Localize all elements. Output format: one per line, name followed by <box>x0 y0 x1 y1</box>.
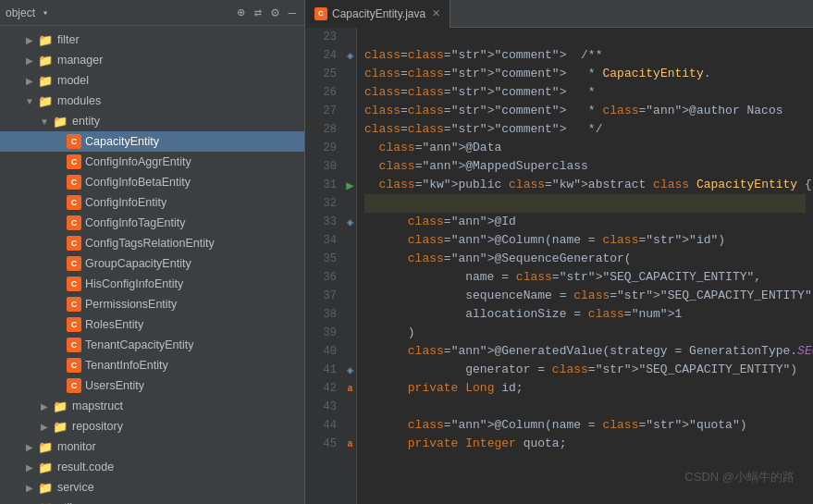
code-line-38: allocationSize = class="num">1 <box>364 305 806 324</box>
gutter-line-29 <box>344 139 356 157</box>
tree-arrow-modules: ▼ <box>22 96 37 106</box>
tree-label-service: service <box>57 481 94 494</box>
tree-item-modules[interactable]: ▼📁modules <box>0 91 304 111</box>
code-line-31: class="kw">public class="kw">abstract cl… <box>364 176 806 194</box>
line-number-41: 41 <box>309 361 337 379</box>
tree-item-service[interactable]: ▶📁service <box>0 477 304 498</box>
gutter-line-30 <box>344 157 356 176</box>
java-file-icon: C <box>67 277 81 291</box>
tree-item-model[interactable]: ▶📁model <box>0 70 304 91</box>
code-line-34: class="ann">@Column(name = class="str">"… <box>364 231 806 250</box>
line-number-27: 27 <box>309 102 337 120</box>
code-line-44: class="ann">@Column(name = class="str">"… <box>364 416 806 435</box>
tree-item-entity[interactable]: ▼📁entity <box>0 111 304 131</box>
folder-icon: 📁 <box>52 418 68 435</box>
code-line-29: class="ann">@Data <box>364 139 806 157</box>
editor-tab-capacity-entity[interactable]: C CapacityEntity.java ✕ <box>305 0 450 28</box>
hide-icon[interactable]: — <box>286 4 299 22</box>
gutter-line-41: ◈ <box>344 361 356 379</box>
tree-item-utils[interactable]: ▶📁utils <box>0 498 304 504</box>
java-file-icon: C <box>314 7 327 20</box>
tree-item-result.code[interactable]: ▶📁result.code <box>0 457 304 477</box>
gutter: ◈▶◈◈aa <box>344 28 357 504</box>
tree-arrow-entity: ▼ <box>37 117 52 127</box>
tree-item-RolesEntity[interactable]: CRolesEntity <box>0 314 304 335</box>
line-number-36: 36 <box>309 268 337 287</box>
line-number-23: 23 <box>309 28 337 46</box>
folder-icon: 📁 <box>37 459 54 475</box>
folder-icon: 📁 <box>52 398 68 414</box>
tree-item-ConfigTagsRelationEntity[interactable]: CConfigTagsRelationEntity <box>0 233 304 253</box>
tree-item-GroupCapacityEntity[interactable]: CGroupCapacityEntity <box>0 253 304 274</box>
project-label[interactable]: object <box>6 6 35 19</box>
code-line-42: private Long id; <box>364 379 806 398</box>
tree-label-repository: repository <box>72 420 123 433</box>
folder-icon: 📁 <box>37 52 54 68</box>
line-number-38: 38 <box>309 305 337 324</box>
code-line-36: name = class="str">"SEQ_CAPACITY_ENTITY"… <box>364 268 806 287</box>
tree-item-HisConfigInfoEntity[interactable]: CHisConfigInfoEntity <box>0 274 304 294</box>
tree-item-TenantInfoEntity[interactable]: CTenantInfoEntity <box>0 355 304 375</box>
code-line-37: sequenceName = class="str">"SEQ_CAPACITY… <box>364 287 806 305</box>
code-content[interactable]: class=class="str">"comment"> /**class=cl… <box>357 28 813 504</box>
tree-item-ConfigInfoBetaEntity[interactable]: CConfigInfoBetaEntity <box>0 172 304 192</box>
tree-item-filter[interactable]: ▶📁filter <box>0 30 304 50</box>
tree-label-ConfigInfoBetaEntity: ConfigInfoBetaEntity <box>85 176 191 189</box>
dropdown-icon[interactable]: ▾ <box>43 7 48 18</box>
line-number-29: 29 <box>309 139 337 157</box>
locate-icon[interactable]: ⊕ <box>234 3 247 22</box>
tree-label-GroupCapacityEntity: GroupCapacityEntity <box>85 257 191 270</box>
gutter-line-38 <box>344 305 356 324</box>
code-line-41: generator = class="str">"SEQ_CAPACITY_EN… <box>364 361 806 379</box>
tree-item-mapstruct[interactable]: ▶📁mapstruct <box>0 396 304 416</box>
tree-arrow-manager: ▶ <box>22 55 37 66</box>
java-file-icon: C <box>67 236 81 251</box>
panel-toolbar: object ▾ ⊕ ⇄ ⚙ — <box>0 0 304 26</box>
gutter-line-32 <box>344 194 356 213</box>
line-number-43: 43 <box>309 398 337 416</box>
java-file-icon: C <box>67 338 81 352</box>
folder-icon: 📁 <box>52 113 68 129</box>
gutter-line-36 <box>344 268 356 287</box>
line-number-30: 30 <box>309 157 337 176</box>
gutter-line-39 <box>344 324 356 342</box>
java-file-icon: C <box>67 215 81 230</box>
settings-icon[interactable]: ⚙ <box>268 3 281 22</box>
folder-icon: 📁 <box>37 479 54 496</box>
code-line-28: class=class="str">"comment"> */ <box>364 120 806 139</box>
tree-label-result.code: result.code <box>57 461 114 473</box>
tree-item-UsersEntity[interactable]: CUsersEntity <box>0 375 304 396</box>
code-line-26: class=class="str">"comment"> * <box>364 83 806 102</box>
line-number-35: 35 <box>309 250 337 268</box>
line-number-28: 28 <box>309 120 337 139</box>
code-line-40: class="ann">@GeneratedValue(strategy = G… <box>364 342 806 361</box>
tree-item-PermissionsEntity[interactable]: CPermissionsEntity <box>0 294 304 314</box>
tree-item-TenantCapacityEntity[interactable]: CTenantCapacityEntity <box>0 335 304 355</box>
tree-label-monitor: monitor <box>57 440 96 453</box>
tree-item-CapacityEntity[interactable]: CCapacityEntity <box>0 131 304 152</box>
tree-arrow-filter: ▶ <box>22 35 37 45</box>
gutter-line-45: a <box>344 435 356 453</box>
tree-label-modules: modules <box>57 94 101 107</box>
tree-item-monitor[interactable]: ▶📁monitor <box>0 436 304 457</box>
gutter-line-44 <box>344 416 356 435</box>
java-file-icon: C <box>67 378 81 393</box>
tab-close-icon[interactable]: ✕ <box>432 7 440 19</box>
tree-item-ConfigInfoTagEntity[interactable]: CConfigInfoTagEntity <box>0 213 304 233</box>
code-line-27: class=class="str">"comment"> * class="an… <box>364 102 806 120</box>
code-line-24: class=class="str">"comment"> /** <box>364 46 806 65</box>
tree-item-manager[interactable]: ▶📁manager <box>0 50 304 70</box>
collapse-icon[interactable]: ⇄ <box>252 3 265 22</box>
tree-item-ConfigInfoAggrEntity[interactable]: CConfigInfoAggrEntity <box>0 152 304 172</box>
tree-label-ConfigTagsRelationEntity: ConfigTagsRelationEntity <box>85 237 215 250</box>
code-line-45: private Integer quota; <box>364 435 806 453</box>
tree-item-repository[interactable]: ▶📁repository <box>0 416 304 436</box>
gutter-line-31: ▶ <box>344 176 356 194</box>
java-file-icon: C <box>67 358 81 373</box>
tree-label-model: model <box>57 74 89 87</box>
gutter-line-42: a <box>344 379 356 398</box>
folder-icon: 📁 <box>37 499 54 504</box>
java-file-icon: C <box>67 297 81 312</box>
java-file-icon: C <box>67 154 81 169</box>
tree-item-ConfigInfoEntity[interactable]: CConfigInfoEntity <box>0 192 304 213</box>
